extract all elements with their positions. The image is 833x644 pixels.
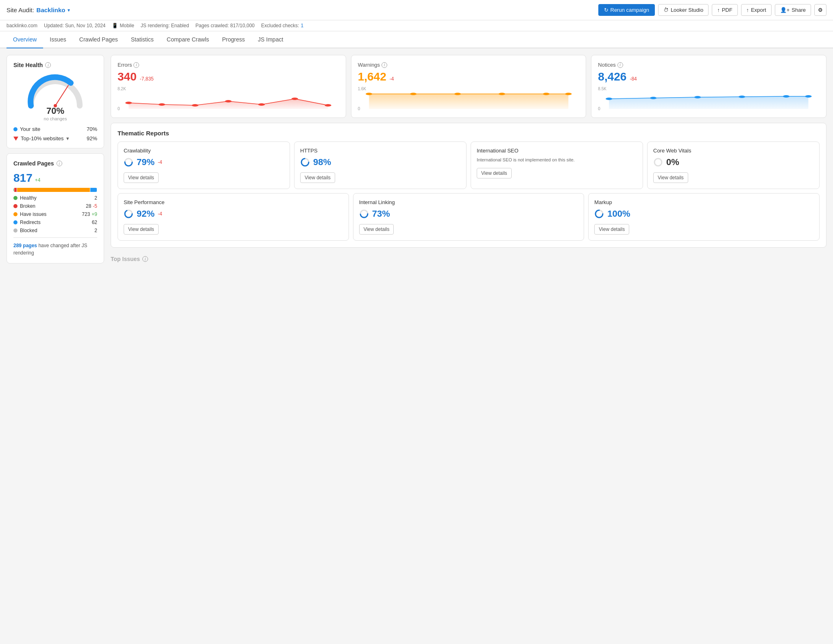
header-right: ↻ Rerun campaign ⏱ Looker Studio ↑ PDF ↑… bbox=[598, 4, 827, 16]
svg-point-21 bbox=[694, 96, 701, 98]
notices-info-icon[interactable]: i bbox=[617, 62, 623, 68]
nav-item-compare-crawls[interactable]: Compare Crawls bbox=[160, 31, 216, 48]
notices-chart: 8.5K bbox=[598, 87, 820, 111]
errors-delta: -7,835 bbox=[140, 76, 154, 82]
share-icon: 👤+ bbox=[780, 7, 790, 13]
notices-value: 8,426 bbox=[598, 70, 626, 83]
reports-row-2: Site Performance 92% -4 View details Int… bbox=[118, 193, 820, 241]
site-audit-label: Site Audit: bbox=[7, 7, 34, 13]
svg-point-17 bbox=[565, 93, 571, 95]
excluded-checks-label: Excluded checks: 1 bbox=[261, 23, 303, 28]
core-web-vitals-percent: 0% bbox=[666, 157, 679, 168]
export-icon: ↑ bbox=[746, 7, 749, 13]
crawled-pages-info-icon[interactable]: i bbox=[57, 161, 62, 166]
errors-info-icon[interactable]: i bbox=[133, 62, 139, 68]
core-web-vitals-circle-icon bbox=[653, 157, 663, 167]
https-circle-icon bbox=[300, 157, 310, 167]
page-stats: Healthy 2 Broken 28 -5 bbox=[13, 195, 97, 233]
bar-broken bbox=[14, 188, 17, 192]
sidebar: Site Health i 70% no changes bbox=[7, 55, 104, 265]
domain-label: backlinko.com bbox=[7, 23, 37, 28]
main-content: Site Health i 70% no changes bbox=[0, 48, 833, 272]
crawled-pages-total-row: 817 +4 bbox=[13, 172, 97, 185]
nav-item-progress[interactable]: Progress bbox=[216, 31, 251, 48]
svg-point-23 bbox=[783, 95, 789, 98]
top-issues-info-icon[interactable]: i bbox=[142, 256, 148, 262]
nav-item-issues[interactable]: Issues bbox=[43, 31, 72, 48]
healthy-stat: Healthy 2 bbox=[13, 195, 97, 201]
crawled-pages-delta: +4 bbox=[35, 177, 41, 183]
errors-card: Errors i 340 -7,835 8.2K bbox=[111, 55, 346, 118]
top10-triangle-icon bbox=[13, 137, 18, 141]
crawled-pages-card: Crawled Pages i 817 +4 Healthy bbox=[7, 153, 104, 263]
looker-studio-button[interactable]: ⏱ Looker Studio bbox=[658, 4, 709, 16]
pages-crawled-label: Pages crawled: 817/10,000 bbox=[196, 23, 255, 28]
internal-linking-view-details-button[interactable]: View details bbox=[359, 224, 394, 235]
site-health-card: Site Health i 70% no changes bbox=[7, 55, 104, 148]
crawled-pages-title: Crawled Pages i bbox=[13, 160, 97, 167]
international-seo-view-details-button[interactable]: View details bbox=[477, 168, 512, 178]
updated-label: Updated: Sun, Nov 10, 2024 bbox=[44, 23, 105, 28]
svg-point-12 bbox=[366, 93, 372, 95]
errors-label: Errors i bbox=[118, 62, 339, 68]
site-health-info-icon[interactable]: i bbox=[45, 62, 51, 68]
thematic-reports-card: Thematic Reports Crawlability 79% -4 Vie… bbox=[111, 123, 826, 248]
changed-pages-text: 289 pages have changed after JS renderin… bbox=[13, 242, 97, 257]
notices-card: Notices i 8,426 -84 8.5K bbox=[591, 55, 826, 118]
warnings-label: Warnings i bbox=[358, 62, 580, 68]
svg-point-24 bbox=[805, 95, 812, 98]
svg-point-13 bbox=[410, 93, 416, 95]
issues-stat: Have issues 723 +9 bbox=[13, 211, 97, 217]
top10-chevron-icon[interactable]: ▾ bbox=[66, 135, 69, 141]
broken-value: 28 bbox=[86, 203, 91, 209]
crawled-pages-progress-bar bbox=[13, 188, 97, 192]
warnings-chart: 1.6K bbox=[358, 87, 580, 111]
crawlability-view-details-button[interactable]: View details bbox=[124, 172, 159, 183]
warnings-chart-bottom-label: 0 bbox=[358, 107, 360, 111]
errors-value: 340 bbox=[118, 70, 137, 83]
notices-chart-top-label: 8.5K bbox=[598, 87, 606, 91]
nav-item-crawled-pages[interactable]: Crawled Pages bbox=[73, 31, 124, 48]
excluded-checks-link[interactable]: 1 bbox=[301, 23, 303, 28]
rerun-campaign-button[interactable]: ↻ Rerun campaign bbox=[598, 4, 655, 16]
warnings-card: Warnings i 1,642 -4 1.6K bbox=[351, 55, 587, 118]
gauge-percent: 70% bbox=[44, 106, 67, 116]
nav-item-statistics[interactable]: Statistics bbox=[124, 31, 160, 48]
metrics-row: Errors i 340 -7,835 8.2K bbox=[111, 55, 826, 118]
issues-dot bbox=[13, 212, 17, 216]
gauge-container: 70% no changes bbox=[13, 73, 97, 121]
changed-pages-count[interactable]: 289 pages bbox=[13, 243, 37, 248]
settings-button[interactable]: ⚙ bbox=[814, 4, 826, 16]
reports-row-1: Crawlability 79% -4 View details HTTPS bbox=[118, 141, 820, 189]
your-site-value: 70% bbox=[87, 126, 97, 132]
errors-chart-top-label: 8.2K bbox=[118, 87, 126, 91]
crawled-pages-total: 817 bbox=[13, 172, 33, 185]
blocked-stat: Blocked 2 bbox=[13, 228, 97, 233]
markup-view-details-button[interactable]: View details bbox=[594, 224, 629, 235]
looker-icon: ⏱ bbox=[663, 7, 669, 13]
https-view-details-button[interactable]: View details bbox=[300, 172, 335, 183]
internal-linking-circle-icon bbox=[359, 209, 369, 219]
refresh-icon: ↻ bbox=[604, 7, 608, 13]
pdf-button[interactable]: ↑ PDF bbox=[712, 4, 738, 16]
site-performance-view-details-button[interactable]: View details bbox=[124, 224, 159, 235]
warnings-info-icon[interactable]: i bbox=[382, 62, 387, 68]
warnings-chart-top-label: 1.6K bbox=[358, 87, 366, 91]
share-button[interactable]: 👤+ Share bbox=[775, 4, 811, 16]
international-seo-note: International SEO is not implemented on … bbox=[477, 157, 637, 163]
gear-icon: ⚙ bbox=[818, 7, 823, 13]
export-button[interactable]: ↑ Export bbox=[741, 4, 772, 16]
gauge-sublabel: no changes bbox=[44, 116, 67, 121]
core-web-vitals-view-details-button[interactable]: View details bbox=[653, 172, 688, 183]
nav-item-overview[interactable]: Overview bbox=[7, 31, 43, 48]
chevron-down-icon[interactable]: ▾ bbox=[68, 7, 70, 13]
bar-healthy bbox=[13, 188, 14, 192]
site-name[interactable]: Backlinko bbox=[37, 7, 65, 13]
site-health-legend: Your site 70% Top-10% websites ▾ 92% bbox=[13, 126, 97, 141]
your-site-dot bbox=[13, 127, 17, 131]
nav-item-js-impact[interactable]: JS Impact bbox=[251, 31, 290, 48]
errors-chart-bottom-label: 0 bbox=[118, 107, 120, 111]
svg-point-14 bbox=[454, 93, 461, 95]
broken-delta: -5 bbox=[93, 203, 97, 209]
report-site-performance: Site Performance 92% -4 View details bbox=[118, 193, 349, 241]
